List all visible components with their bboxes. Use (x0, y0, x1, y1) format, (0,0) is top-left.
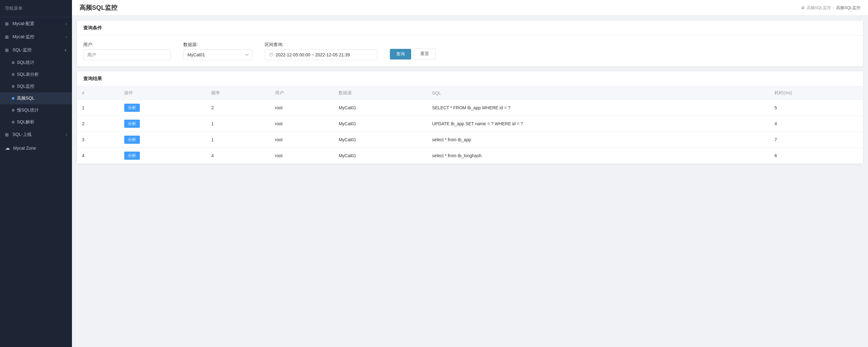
cell-action-1: 分析 (119, 116, 206, 132)
cell-sql-2: select * from tb_app (427, 132, 769, 148)
cell-datasource-2: MyCat01 (334, 132, 427, 148)
cell-time-1: 4 (769, 116, 863, 132)
content-area: 查询条件 用户: 数据源: MyCat01 MyCat02 (72, 16, 868, 347)
query-form: 用户: 数据源: MyCat01 MyCat02 区间查询: (83, 42, 857, 60)
sidebar-group-sql-online: ⊞ SQL-上线 ‹ (0, 128, 72, 141)
cell-time-2: 7 (769, 132, 863, 148)
date-range-input-wrapper[interactable]: ⏱ 2022-12-05 00:00 ~ 2022-12-05 21:39 (265, 50, 377, 60)
sidebar-group-label-sql-online: SQL-上线 (12, 132, 63, 138)
table-row: 1 分析 2 root MyCat01 SELECT * FROM tb_app… (77, 100, 863, 116)
user-label: 用户: (83, 42, 171, 48)
cell-sql-3: select * from tb_longhash (427, 148, 769, 164)
date-range-form-group: 区间查询: ⏱ 2022-12-05 00:00 ~ 2022-12-05 21… (265, 42, 377, 60)
cell-num-0: 1 (77, 100, 119, 116)
sidebar-group-header-sql-online[interactable]: ⊞ SQL-上线 ‹ (0, 128, 72, 141)
col-action: 操作 (119, 86, 206, 100)
breadcrumb-separator: › (833, 5, 834, 10)
sidebar-item-sql-table-analysis[interactable]: SQL表分析 (0, 68, 72, 81)
sidebar-item-high-freq-sql[interactable]: 高频SQL (0, 92, 72, 104)
query-card-header: 查询条件 (77, 21, 863, 36)
cell-datasource-0: MyCat01 (334, 100, 427, 116)
results-table: # 操作 频率 用户 数据源 SQL 耗时(ms) 1 分 (77, 86, 863, 164)
page-title: 高频SQL监控 (80, 3, 117, 12)
date-range-label: 区间查询: (265, 42, 377, 48)
analyze-button-3[interactable]: 分析 (124, 151, 140, 160)
sidebar-group-label-sql-monitor: SQL-监控 (12, 47, 61, 53)
cloud-icon-mycat-zone: ☁ (5, 145, 10, 151)
cell-sql-0: SELECT * FROM tb_app WHERE id = ? (427, 100, 769, 116)
dot-sql-table-analysis (12, 73, 14, 76)
analyze-button-1[interactable]: 分析 (124, 120, 140, 128)
sidebar-group-label-mycat-monitor: Mycat-监控 (12, 34, 63, 40)
form-actions: 查询 重置 (390, 48, 436, 60)
date-range-value: 2022-12-05 00:00 ~ 2022-12-05 21:39 (276, 52, 350, 57)
cell-action-2: 分析 (119, 132, 206, 148)
breadcrumb-icon: 🖥 (801, 5, 805, 10)
cell-datasource-1: MyCat01 (334, 116, 427, 132)
sidebar-item-sql-monitoring[interactable]: SQL监控 (0, 81, 72, 92)
query-card: 查询条件 用户: 数据源: MyCat01 MyCat02 (77, 21, 863, 66)
sidebar-item-slow-sql-stats[interactable]: 慢SQL统计 (0, 104, 72, 116)
sidebar-group-label-mycat-config: Mycat-配置 (12, 21, 63, 27)
sidebar-item-label-sql-monitoring: SQL监控 (17, 84, 34, 89)
results-card-header: 查询结果 (77, 71, 863, 86)
results-card-body: # 操作 频率 用户 数据源 SQL 耗时(ms) 1 分 (77, 86, 863, 164)
table-row: 2 分析 1 root MyCat01 UPDATE tb_app SET na… (77, 116, 863, 132)
datasource-select[interactable]: MyCat01 MyCat02 (183, 50, 252, 60)
user-form-group: 用户: (83, 42, 171, 60)
breadcrumb-parent: 高频SQL监控 (807, 5, 831, 11)
table-row: 4 分析 4 root MyCat01 select * from tb_lon… (77, 148, 863, 164)
analyze-button-2[interactable]: 分析 (124, 136, 140, 144)
grid-icon-sql-online: ⊞ (5, 132, 9, 137)
reset-button[interactable]: 重置 (414, 48, 436, 59)
sidebar-group-mycat-zone: ☁ Mycat Zone (0, 141, 72, 155)
clock-icon: ⏱ (269, 52, 273, 57)
cell-num-2: 3 (77, 132, 119, 148)
sidebar-group-header-mycat-monitor[interactable]: ⊞ Mycat-监控 ‹ (0, 30, 72, 44)
col-user: 用户 (270, 86, 334, 100)
datasource-form-group: 数据源: MyCat01 MyCat02 (183, 42, 252, 60)
cell-freq-0: 2 (206, 100, 270, 116)
cell-freq-1: 1 (206, 116, 270, 132)
sidebar-group-header-mycat-zone[interactable]: ☁ Mycat Zone (0, 141, 72, 155)
user-input[interactable] (83, 50, 171, 60)
sidebar-item-label-sql-stats: SQL统计 (17, 60, 34, 65)
sidebar-group-mycat-config: ⊞ Mycat-配置 ‹ (0, 17, 72, 30)
query-button[interactable]: 查询 (390, 49, 411, 59)
table-wrapper: # 操作 频率 用户 数据源 SQL 耗时(ms) 1 分 (77, 86, 863, 164)
breadcrumb-current: 高频SQL监控 (836, 5, 861, 11)
arrow-icon-mycat-monitor: ‹ (66, 35, 67, 39)
sidebar-group-header-sql-monitor[interactable]: ⊞ SQL-监控 ∨ (0, 44, 72, 57)
cell-num-1: 2 (77, 116, 119, 132)
dot-sql-stats (12, 61, 14, 64)
dot-slow-sql-stats (12, 109, 14, 112)
arrow-icon-mycat-config: ‹ (66, 22, 67, 26)
cell-user-2: root (270, 132, 334, 148)
arrow-icon-sql-monitor: ∨ (64, 48, 67, 52)
dot-sql-analysis (12, 121, 14, 123)
cell-action-3: 分析 (119, 148, 206, 164)
sidebar-item-sql-stats[interactable]: SQL统计 (0, 57, 72, 68)
sidebar-group-sql-monitor: ⊞ SQL-监控 ∨ SQL统计 SQL表分析 SQL监控 高频SQL 慢SQL… (0, 44, 72, 128)
grid-icon-mycat-monitor: ⊞ (5, 34, 9, 39)
cell-freq-2: 1 (206, 132, 270, 148)
cell-action-0: 分析 (119, 100, 206, 116)
col-sql: SQL (427, 86, 769, 100)
sidebar-item-label-high-freq-sql: 高频SQL (17, 95, 34, 101)
sidebar-item-sql-analysis[interactable]: SQL解析 (0, 116, 72, 128)
analyze-button-0[interactable]: 分析 (124, 104, 140, 112)
table-head: # 操作 频率 用户 数据源 SQL 耗时(ms) (77, 86, 863, 100)
sidebar-group-mycat-monitor: ⊞ Mycat-监控 ‹ (0, 30, 72, 44)
datasource-label: 数据源: (183, 42, 252, 48)
main-content: 高频SQL监控 🖥 高频SQL监控 › 高频SQL监控 查询条件 用户: (72, 0, 868, 347)
results-card: 查询结果 # 操作 频率 用户 数据源 SQL 耗时(ms) (77, 71, 863, 164)
sidebar-item-label-sql-analysis: SQL解析 (17, 119, 34, 125)
cell-datasource-3: MyCat01 (334, 148, 427, 164)
cell-time-0: 5 (769, 100, 863, 116)
sidebar-group-header-mycat-config[interactable]: ⊞ Mycat-配置 ‹ (0, 17, 72, 30)
breadcrumb: 🖥 高频SQL监控 › 高频SQL监控 (801, 5, 861, 11)
query-card-body: 用户: 数据源: MyCat01 MyCat02 区间查询: (77, 36, 863, 66)
grid-icon-sql-monitor: ⊞ (5, 48, 9, 53)
cell-time-3: 6 (769, 148, 863, 164)
col-num: # (77, 86, 119, 100)
